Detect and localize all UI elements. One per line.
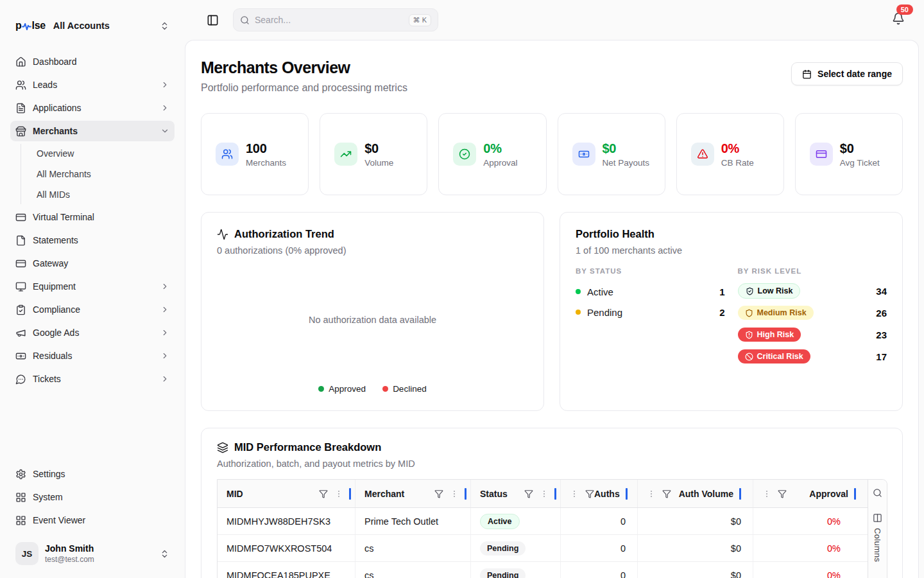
sidebar-item-google-ads[interactable]: Google Ads [10,322,175,343]
layout-grid-icon [15,515,26,526]
banknote-icon [578,148,590,160]
panel-left-icon[interactable] [207,14,219,26]
sidebar-item-leads[interactable]: Leads [10,74,175,95]
date-range-button[interactable]: Select date range [791,62,903,85]
status-badge: Pending [480,541,526,556]
risk-label: Medium Risk [757,308,807,317]
cell-merchant: cs [355,535,471,561]
funnel-icon[interactable] [778,489,787,498]
cell-status: Pending [471,535,561,561]
risk-list: Low Risk 34Medium Risk 26High Risk 23Cri… [738,280,887,367]
risk-badge-high: High Risk [738,328,801,342]
column-resize-indicator[interactable] [554,488,556,500]
sidebar-item-equipment[interactable]: Equipment [10,276,175,297]
cell-approval: 0% [753,535,868,561]
users-icon [15,80,26,91]
sidebar-item-gateway[interactable]: Gateway [10,253,175,274]
logo-text-end: lse [31,20,45,31]
clipboard-check-icon [15,304,26,315]
sidebar-item-settings[interactable]: Settings [10,464,175,484]
nav-label: Virtual Terminal [33,212,94,222]
global-search[interactable]: ⌘ K [233,8,438,31]
date-range-label: Select date range [817,69,892,79]
table-row[interactable]: MIDMHYJW88DEH7SK3Prime Tech OutletActive… [218,508,868,535]
cell-mid: MIDMFO7WKXROST504 [218,535,355,561]
sidebar-item-event-viewer[interactable]: Event Viewer [10,510,175,530]
column-label: Auths [594,489,620,499]
column-resize-indicator[interactable] [465,488,466,500]
column-resize-indicator[interactable] [739,488,741,500]
column-header-merchant[interactable]: Merchant [355,480,471,507]
sidebar-footer: SettingsSystemEvent Viewer JS John Smith… [10,464,175,569]
column-header-auths[interactable]: Auths [561,480,638,507]
page-header: Merchants Overview Portfolio performance… [201,58,903,94]
nav-label: Compliance [33,304,80,315]
sidebar-item-applications[interactable]: Applications [10,98,175,118]
portfolio-health-card: Portfolio Health 1 of 100 merchants acti… [560,212,903,411]
column-tools [762,489,787,498]
card-title: Authorization Trend [234,228,334,240]
funnel-icon[interactable] [585,489,594,498]
layout-grid-icon [15,492,26,503]
column-label: MID [227,489,243,499]
search-shortcut: ⌘ K [409,14,431,26]
cell-status: Active [471,508,561,534]
table-row[interactable]: MIDMFOCEA185PUPXEcsPending0$00% [218,562,868,578]
search-icon[interactable] [873,488,882,498]
nav-label: Applications [33,103,81,113]
stat-card-net-payouts: $0 Net Payouts [558,113,665,195]
column-header-approval[interactable]: Approval [753,480,868,507]
topbar: ⌘ K 50 [185,0,924,40]
sidebar-item-statements[interactable]: Statements [10,230,175,250]
funnel-icon[interactable] [524,489,533,498]
column-header-mid[interactable]: MID [218,480,355,507]
nav-label: Statements [33,235,78,245]
sidebar-subitem-all-merchants[interactable]: All Merchants [31,164,175,184]
user-menu[interactable]: JS John Smith test@test.com [10,538,175,569]
sidebar-item-residuals[interactable]: Residuals [10,346,175,366]
funnel-icon[interactable] [319,489,328,498]
sidebar-item-tickets[interactable]: Tickets [10,369,175,389]
ellipsis-vertical-icon[interactable] [450,489,459,498]
sidebar-subitem-all-mids[interactable]: All MIDs [31,185,175,204]
column-header-status[interactable]: Status [471,480,561,507]
home-icon [15,57,26,67]
status-count: 1 [719,286,724,297]
sidebar-subitem-overview[interactable]: Overview [31,144,175,163]
chevrons-up-down-icon[interactable] [160,21,169,31]
column-resize-indicator[interactable] [349,488,351,500]
charts-row: Authorization Trend 0 authorizations (0%… [201,212,903,411]
ellipsis-vertical-icon[interactable] [647,489,656,498]
notifications-button[interactable]: 50 [892,12,905,28]
portfolio-columns: BY STATUS Active 1 Pending 2 BY RISK LEV… [576,267,887,367]
sidebar-item-merchants[interactable]: Merchants [10,121,175,141]
ellipsis-vertical-icon[interactable] [334,489,343,498]
sidebar-item-system[interactable]: System [10,487,175,507]
search-input[interactable] [255,15,404,25]
column-header-auth-volume[interactable]: Auth Volume [638,480,753,507]
nav-label: Gateway [33,258,68,268]
sidebar-item-dashboard[interactable]: Dashboard [10,51,175,72]
columns-panel-tab[interactable]: Columns [873,513,882,562]
column-resize-indicator[interactable] [854,488,856,500]
legend-label: Approved [329,384,366,394]
triangle-alert-icon [697,148,708,160]
chevron-right-icon [160,374,169,383]
shield-alert-icon [745,331,753,339]
column-resize-indicator[interactable] [626,488,628,500]
status-label: Pending [587,307,622,318]
stat-text: 100 Merchants [246,141,286,168]
sidebar-item-compliance[interactable]: Compliance [10,299,175,320]
cell-merchant: cs [355,562,471,578]
column-label: Merchant [364,489,404,499]
funnel-icon[interactable] [434,489,443,498]
circle-check-icon [459,148,470,160]
sidebar-item-virtual-terminal[interactable]: Virtual Terminal [10,207,175,227]
funnel-icon[interactable] [662,489,671,498]
ellipsis-vertical-icon[interactable] [570,489,579,498]
table-row[interactable]: MIDMFO7WKXROST504csPending0$00% [218,535,868,562]
store-icon [15,126,26,137]
stat-icon-wrap [334,143,357,166]
ellipsis-vertical-icon[interactable] [540,489,549,498]
ellipsis-vertical-icon[interactable] [762,489,771,498]
